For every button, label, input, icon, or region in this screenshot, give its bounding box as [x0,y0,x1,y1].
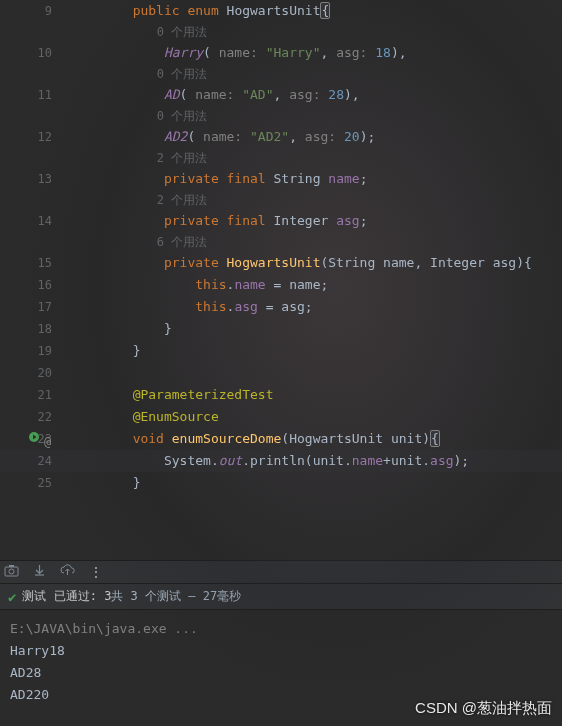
code-content[interactable] [70,362,562,384]
code-line[interactable]: 11 AD( name: "AD", asg: 28), [0,84,562,106]
code-line[interactable]: 25 } [0,472,562,494]
line-number: 12 [0,126,70,148]
usage-hint[interactable]: 6 个用法 [0,232,562,252]
code-content[interactable]: System.out.println(unit.name+unit.asg); [70,450,562,472]
code-content[interactable]: AD2( name: "AD2", asg: 20); [70,126,562,148]
upload-cloud-icon[interactable] [60,564,75,580]
code-content[interactable]: @EnumSource [70,406,562,428]
code-line[interactable]: 15 private HogwartsUnit(String name, Int… [0,252,562,274]
code-line[interactable]: 21 @ParameterizedTest [0,384,562,406]
code-content[interactable]: @ParameterizedTest [70,384,562,406]
code-line[interactable]: 13 private final String name; [0,168,562,190]
code-line[interactable]: 20 [0,362,562,384]
line-number: 24 [0,450,70,472]
watermark: CSDN @葱油拌热面 [415,699,552,718]
code-line[interactable]: 22 @EnumSource [0,406,562,428]
code-content[interactable]: 0 个用法 [70,22,562,42]
arrow-down-icon[interactable] [33,564,46,580]
line-number: 10 [0,42,70,64]
code-content[interactable]: Harry( name: "Harry", asg: 18), [70,42,562,64]
code-line[interactable]: 14 private final Integer asg; [0,210,562,232]
usage-hint[interactable]: 2 个用法 [0,190,562,210]
usage-hint[interactable]: 0 个用法 [0,106,562,126]
code-line[interactable]: 18 } [0,318,562,340]
console-line: Harry18 [10,640,552,662]
line-number: 9 [0,0,70,22]
code-line[interactable]: 23@ void enumSourceDome(HogwartsUnit uni… [0,428,562,450]
line-number [0,190,70,210]
line-number: 22 [0,406,70,428]
line-number: 21 [0,384,70,406]
code-line[interactable]: 12 AD2( name: "AD2", asg: 20); [0,126,562,148]
code-editor[interactable]: 9 public enum HogwartsUnit{ 0 个用法10 Harr… [0,0,562,560]
code-line[interactable]: 16 this.name = name; [0,274,562,296]
line-number [0,232,70,252]
code-line[interactable]: 10 Harry( name: "Harry", asg: 18), [0,42,562,64]
test-status-bar: ✔ 测试 已通过: 3共 3 个测试 – 27毫秒 [0,583,562,609]
line-number: 17 [0,296,70,318]
code-content[interactable]: AD( name: "AD", asg: 28), [70,84,562,106]
line-number: 11 [0,84,70,106]
code-content[interactable]: 6 个用法 [70,232,562,252]
tests-time: – 27毫秒 [181,589,241,603]
code-content[interactable]: 0 个用法 [70,106,562,126]
usage-hint[interactable]: 0 个用法 [0,64,562,84]
console-line: AD28 [10,662,552,684]
code-content[interactable]: private final Integer asg; [70,210,562,232]
code-content[interactable]: } [70,472,562,494]
line-number: 20 [0,362,70,384]
console-cmd: E:\JAVA\bin\java.exe ... [10,618,552,640]
svg-point-2 [9,569,14,574]
line-number [0,106,70,126]
line-number: 14 [0,210,70,232]
line-number: 16 [0,274,70,296]
code-content[interactable]: } [70,318,562,340]
code-line[interactable]: 19 } [0,340,562,362]
line-number [0,64,70,84]
usage-hint[interactable]: 0 个用法 [0,22,562,42]
line-number: 25 [0,472,70,494]
svg-rect-3 [9,565,14,567]
usage-hint[interactable]: 2 个用法 [0,148,562,168]
code-content[interactable]: void enumSourceDome(HogwartsUnit unit){ [70,428,562,450]
line-number [0,22,70,42]
check-icon: ✔ [8,589,16,605]
code-content[interactable]: this.asg = asg; [70,296,562,318]
tests-total: 共 3 个测试 [111,589,181,603]
line-number [0,148,70,168]
line-number: 18 [0,318,70,340]
code-content[interactable]: private HogwartsUnit(String name, Intege… [70,252,562,274]
code-line[interactable]: 24 System.out.println(unit.name+unit.asg… [0,450,562,472]
line-number: 13 [0,168,70,190]
code-line[interactable]: 17 this.asg = asg; [0,296,562,318]
code-content[interactable]: 2 个用法 [70,190,562,210]
svg-rect-1 [5,567,18,576]
camera-icon[interactable] [4,564,19,580]
code-content[interactable]: public enum HogwartsUnit{ [70,0,562,22]
run-toolbar: ⋮ [0,561,562,583]
code-line[interactable]: 9 public enum HogwartsUnit{ [0,0,562,22]
line-number: 19 [0,340,70,362]
more-menu-icon[interactable]: ⋮ [89,564,104,580]
code-content[interactable]: private final String name; [70,168,562,190]
test-label-prefix: 测试 已通过: [22,589,104,603]
code-content[interactable]: } [70,340,562,362]
code-content[interactable]: 0 个用法 [70,64,562,84]
line-number: 15 [0,252,70,274]
code-content[interactable]: this.name = name; [70,274,562,296]
code-content[interactable]: 2 个用法 [70,148,562,168]
